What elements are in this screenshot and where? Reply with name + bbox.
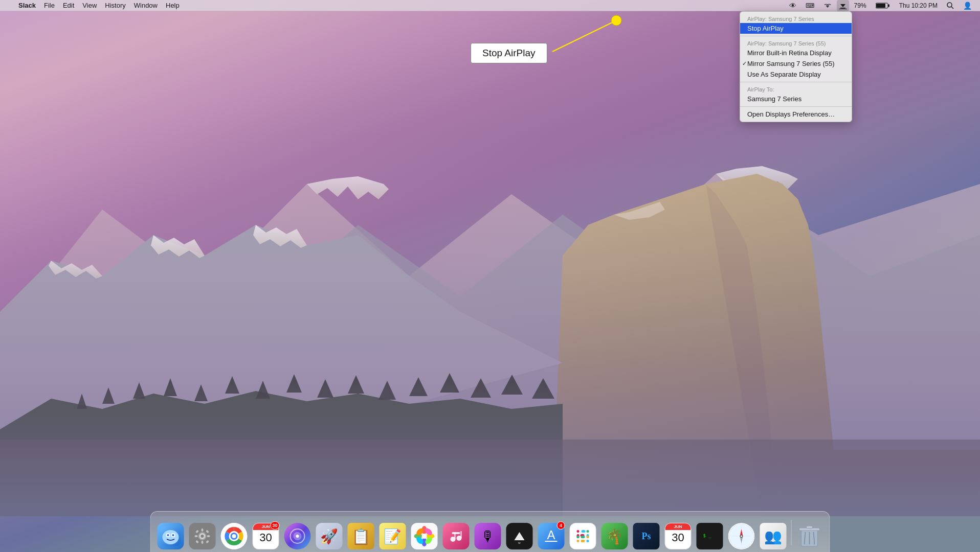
mirror-builtin-item[interactable]: Mirror Built-in Retina Display	[740, 48, 852, 58]
svg-rect-31	[840, 8, 845, 9]
menubar-wifi-icon[interactable]	[819, 0, 836, 11]
menubar-user-icon[interactable]: 👤	[959, 0, 976, 11]
menubar-view[interactable]: View	[78, 0, 101, 11]
dropdown-divider-2	[740, 82, 852, 82]
svg-line-37	[951, 7, 953, 9]
menubar-window[interactable]: Window	[130, 0, 162, 11]
menubar: Slack File Edit View History Window Help…	[0, 0, 980, 11]
svg-rect-94	[587, 536, 589, 538]
menubar-edit[interactable]: Edit	[59, 0, 78, 11]
dock-ical[interactable]: JUN 30	[663, 521, 693, 551]
dock-separator	[791, 520, 792, 545]
svg-rect-55	[206, 540, 209, 543]
svg-rect-49	[202, 541, 204, 544]
svg-rect-54	[195, 540, 199, 543]
stop-airplay-item[interactable]: Stop AirPlay	[740, 23, 852, 34]
dock-calendar[interactable]: JUN 30 30	[251, 521, 281, 551]
airplay-dropdown: AirPlay: Samsung 7 Series Stop AirPlay A…	[740, 11, 852, 122]
dock-terminal[interactable]: $ _	[695, 521, 725, 551]
menubar-file[interactable]: File	[40, 0, 59, 11]
dock: JUN 30 30 🚀 📋 📝	[150, 511, 830, 552]
svg-rect-91	[577, 536, 580, 538]
dropdown-divider-1	[740, 36, 852, 36]
dropdown-header-3: AirPlay To:	[740, 84, 852, 94]
svg-rect-90	[581, 536, 585, 538]
svg-point-73	[422, 534, 427, 539]
svg-rect-92	[587, 530, 589, 533]
menubar-screentime-icon[interactable]: 👁	[785, 0, 800, 11]
menubar-search-icon[interactable]	[943, 0, 958, 11]
stop-airplay-annotation: Stop AirPlay	[471, 43, 547, 63]
dock-notefile[interactable]: 📋	[346, 521, 376, 551]
svg-text:A: A	[547, 528, 555, 542]
mountain-illustration	[0, 133, 980, 516]
menubar-right: 👁 ⌨ 79% Thu 10:20 PM 👤	[785, 0, 976, 11]
menubar-keyboard-icon[interactable]: ⌨	[801, 0, 818, 11]
dropdown-divider-3	[740, 106, 852, 107]
dock-system-preferences[interactable]	[188, 521, 217, 551]
svg-marker-30	[840, 4, 845, 7]
dock-rocket[interactable]: 🚀	[315, 521, 344, 551]
svg-point-45	[172, 534, 174, 536]
menubar-help[interactable]: Help	[162, 0, 184, 11]
menubar-datetime[interactable]: Thu 10:20 PM	[895, 0, 942, 11]
svg-point-44	[167, 534, 169, 536]
apple-menu[interactable]	[4, 0, 14, 11]
mirror-samsung-item[interactable]: ✓ Mirror Samsung 7 Series (55)	[740, 58, 852, 69]
samsung-7-item[interactable]: Samsung 7 Series	[740, 94, 852, 104]
svg-rect-51	[207, 535, 210, 537]
calendar-badge: 30	[270, 521, 279, 530]
dock-siri[interactable]	[283, 521, 313, 551]
svg-rect-29	[0, 133, 980, 516]
checkmark-icon: ✓	[742, 60, 747, 67]
use-separate-display-item[interactable]: Use As Separate Display	[740, 69, 852, 80]
dock-notes[interactable]: 📝	[378, 521, 408, 551]
dock-appletv[interactable]: tv	[505, 521, 534, 551]
dropdown-header-1: AirPlay: Samsung 7 Series	[740, 14, 852, 23]
svg-point-41	[163, 530, 179, 544]
dock-finder[interactable]	[156, 521, 186, 551]
svg-rect-50	[195, 535, 198, 537]
svg-point-47	[201, 535, 204, 538]
dock-appstore[interactable]: A 4	[537, 521, 566, 551]
svg-rect-32	[839, 9, 847, 9]
dock-podcasts[interactable]: 🎙	[473, 521, 503, 551]
svg-rect-86	[577, 530, 580, 533]
svg-rect-52	[195, 530, 199, 533]
dock-slack[interactable]	[568, 521, 598, 551]
menubar-history[interactable]: History	[101, 0, 129, 11]
svg-rect-76	[452, 532, 460, 534]
svg-rect-48	[202, 528, 204, 532]
dock-trash[interactable]	[795, 521, 825, 551]
svg-point-62	[296, 535, 299, 538]
svg-point-105	[741, 536, 742, 537]
svg-rect-89	[587, 540, 589, 542]
svg-rect-34	[876, 4, 885, 8]
dock-airmail[interactable]: 🌴	[600, 521, 630, 551]
svg-point-59	[232, 534, 236, 538]
dock-photoshop[interactable]: Ps	[632, 521, 661, 551]
menubar-airplay-icon[interactable]	[837, 0, 849, 11]
menubar-battery-percent: 79%	[850, 0, 871, 11]
svg-rect-53	[206, 530, 209, 533]
dock-photos[interactable]	[410, 521, 439, 551]
svg-rect-93	[581, 540, 585, 542]
svg-point-36	[947, 3, 952, 7]
appstore-badge: 4	[557, 521, 565, 530]
open-displays-prefs-item[interactable]: Open Displays Preferences…	[740, 109, 852, 120]
menubar-left: Slack File Edit View History Window Help	[4, 0, 184, 11]
dock-safari[interactable]	[727, 521, 756, 551]
dock-chrome[interactable]	[219, 521, 249, 551]
menubar-battery-icon[interactable]	[872, 0, 894, 11]
dock-contacts[interactable]: 👥	[759, 521, 788, 551]
svg-rect-88	[582, 530, 586, 533]
svg-rect-35	[888, 4, 889, 7]
svg-rect-95	[577, 540, 580, 542]
dock-itunes[interactable]	[441, 521, 471, 551]
menubar-slack[interactable]: Slack	[14, 0, 40, 11]
svg-text:$ _: $ _	[703, 533, 712, 538]
svg-rect-111	[807, 526, 813, 528]
dropdown-header-2: AirPlay: Samsung 7 Series (55)	[740, 38, 852, 48]
svg-text:tv: tv	[518, 541, 521, 544]
